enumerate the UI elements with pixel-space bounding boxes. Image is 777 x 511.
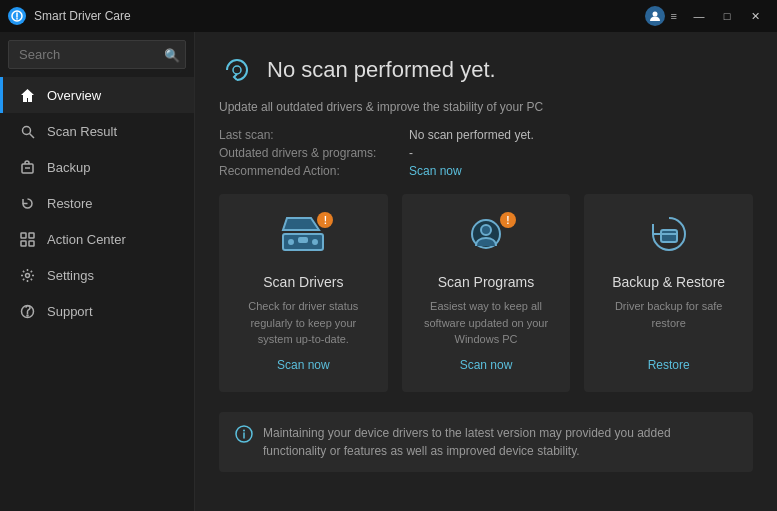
outdated-value: - bbox=[409, 146, 413, 160]
restore-icon bbox=[19, 195, 35, 211]
scan-programs-card: ! Scan Programs Easiest way to keep all … bbox=[402, 194, 571, 392]
scan-programs-link[interactable]: Scan now bbox=[460, 358, 513, 372]
search-input[interactable] bbox=[8, 40, 186, 69]
settings-label: Settings bbox=[47, 268, 94, 283]
outdated-label: Outdated drivers & programs: bbox=[219, 146, 409, 160]
svg-rect-8 bbox=[21, 241, 26, 246]
content-header: No scan performed yet. bbox=[219, 52, 753, 88]
svg-line-3 bbox=[29, 133, 34, 138]
backup-icon bbox=[19, 159, 35, 175]
support-icon bbox=[19, 303, 35, 319]
titlebar-left: Smart Driver Care bbox=[8, 7, 131, 25]
sidebar: 🔍 Overview Scan Result bbox=[0, 32, 195, 511]
backup-restore-icon-area bbox=[645, 214, 693, 262]
sidebar-item-scan-result[interactable]: Scan Result bbox=[0, 113, 194, 149]
search-box: 🔍 bbox=[8, 40, 186, 69]
close-button[interactable]: ✕ bbox=[741, 5, 769, 27]
app-icon bbox=[8, 7, 26, 25]
minimize-button[interactable]: — bbox=[685, 5, 713, 27]
overview-label: Overview bbox=[47, 88, 101, 103]
backup-restore-card: Backup & Restore Driver backup for safe … bbox=[584, 194, 753, 392]
backup-restore-title: Backup & Restore bbox=[612, 274, 725, 290]
last-scan-label: Last scan: bbox=[219, 128, 409, 142]
backup-restore-icon bbox=[645, 214, 693, 263]
search-button[interactable]: 🔍 bbox=[164, 47, 180, 62]
cards-container: ! Scan Drivers Check for driver status r… bbox=[219, 194, 753, 392]
scan-programs-title: Scan Programs bbox=[438, 274, 534, 290]
restore-label: Restore bbox=[47, 196, 93, 211]
backup-label: Backup bbox=[47, 160, 90, 175]
scan-drivers-card: ! Scan Drivers Check for driver status r… bbox=[219, 194, 388, 392]
svg-point-19 bbox=[481, 225, 491, 235]
svg-point-1 bbox=[652, 12, 657, 17]
svg-rect-9 bbox=[29, 241, 34, 246]
last-scan-value: No scan performed yet. bbox=[409, 128, 534, 142]
svg-point-17 bbox=[289, 240, 293, 244]
settings-icon bbox=[19, 267, 35, 283]
sidebar-item-action-center[interactable]: Action Center bbox=[0, 221, 194, 257]
scan-result-icon bbox=[19, 123, 35, 139]
action-center-label: Action Center bbox=[47, 232, 126, 247]
svg-point-10 bbox=[25, 273, 29, 277]
recommended-label: Recommended Action: bbox=[219, 164, 409, 178]
main-layout: 🔍 Overview Scan Result bbox=[0, 32, 777, 511]
scan-status-icon bbox=[219, 52, 255, 88]
support-label: Support bbox=[47, 304, 93, 319]
sidebar-item-support[interactable]: Support bbox=[0, 293, 194, 329]
scan-result-label: Scan Result bbox=[47, 124, 117, 139]
svg-rect-20 bbox=[661, 230, 677, 242]
scan-drivers-desc: Check for driver status regularly to kee… bbox=[235, 298, 372, 348]
sidebar-item-overview[interactable]: Overview bbox=[0, 77, 194, 113]
scan-drivers-link[interactable]: Scan now bbox=[277, 358, 330, 372]
info-banner-text: Maintaining your device drivers to the l… bbox=[263, 424, 737, 460]
svg-point-2 bbox=[22, 126, 30, 134]
scan-drivers-title: Scan Drivers bbox=[263, 274, 343, 290]
svg-point-12 bbox=[27, 315, 28, 316]
svg-point-24 bbox=[243, 429, 245, 431]
user-area: ≡ bbox=[645, 6, 677, 26]
svg-point-16 bbox=[313, 240, 317, 244]
action-center-icon bbox=[19, 231, 35, 247]
user-badge bbox=[645, 6, 665, 26]
info-table: Last scan: No scan performed yet. Outdat… bbox=[219, 128, 753, 178]
scan-drivers-warning-badge: ! bbox=[317, 212, 333, 228]
recommended-scan-link[interactable]: Scan now bbox=[409, 164, 462, 178]
content-subtitle: Update all outdated drivers & improve th… bbox=[219, 100, 753, 114]
scan-drivers-icon-area: ! bbox=[279, 214, 327, 262]
scan-programs-warning-badge: ! bbox=[500, 212, 516, 228]
no-scan-title: No scan performed yet. bbox=[267, 57, 496, 83]
svg-rect-15 bbox=[299, 238, 307, 242]
recommended-row: Recommended Action: Scan now bbox=[219, 164, 753, 178]
backup-restore-desc: Driver backup for safe restore bbox=[600, 298, 737, 348]
maximize-button[interactable]: □ bbox=[713, 5, 741, 27]
user-indicator: ≡ bbox=[671, 10, 677, 22]
svg-rect-6 bbox=[21, 233, 26, 238]
sidebar-item-backup[interactable]: Backup bbox=[0, 149, 194, 185]
svg-rect-7 bbox=[29, 233, 34, 238]
scan-programs-icon-area: ! bbox=[462, 214, 510, 262]
info-banner: Maintaining your device drivers to the l… bbox=[219, 412, 753, 472]
titlebar: Smart Driver Care ≡ — □ ✕ bbox=[0, 0, 777, 32]
sidebar-item-restore[interactable]: Restore bbox=[0, 185, 194, 221]
outdated-row: Outdated drivers & programs: - bbox=[219, 146, 753, 160]
app-title: Smart Driver Care bbox=[34, 9, 131, 23]
scan-programs-desc: Easiest way to keep all software updated… bbox=[418, 298, 555, 348]
content-area: No scan performed yet. Update all outdat… bbox=[195, 32, 777, 511]
svg-point-13 bbox=[233, 66, 241, 74]
last-scan-row: Last scan: No scan performed yet. bbox=[219, 128, 753, 142]
backup-restore-link[interactable]: Restore bbox=[648, 358, 690, 372]
sidebar-item-settings[interactable]: Settings bbox=[0, 257, 194, 293]
home-icon bbox=[19, 87, 35, 103]
info-banner-icon bbox=[235, 425, 253, 450]
